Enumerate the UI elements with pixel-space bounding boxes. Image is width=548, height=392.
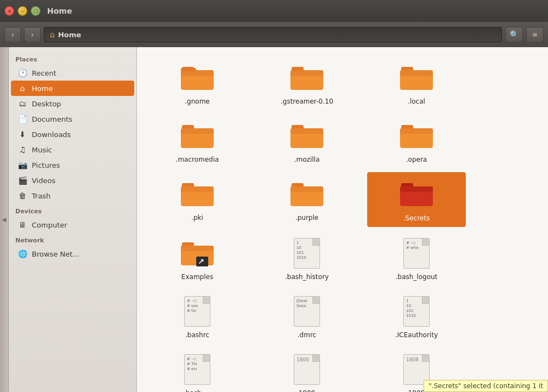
network-section-label: Network (9, 232, 136, 246)
file-item-dmrc[interactable]: [Desk Sessi .dmrc (258, 289, 356, 343)
doc-icon-bottom1: # ~/. # Thi # exi (180, 352, 215, 387)
file-item-gnome[interactable]: .gnome (148, 56, 247, 110)
folder-icon-purple (289, 177, 324, 212)
svg-rect-27 (400, 186, 433, 192)
doc-icon-dmrc: [Desk Sessi (289, 294, 324, 329)
back-button[interactable]: ‹ (4, 27, 21, 42)
main-layout: ◀ Places 🕐 Recent ⌂ Home 🗂 Desktop 📄 Doc… (0, 47, 548, 392)
sidebar-toggle[interactable]: ◀ (0, 47, 9, 392)
folder-icon-opera (399, 118, 434, 154)
forward-button[interactable]: › (24, 27, 41, 42)
documents-icon: 📄 (18, 115, 27, 123)
sidebar-item-browse-net[interactable]: 🌐 Browse Net... (9, 246, 136, 262)
file-name-bash-history: .bash_history (285, 273, 329, 281)
folder-icon-mozilla (289, 118, 324, 154)
home-icon: ⌂ (50, 30, 55, 39)
file-item-macromedia[interactable]: .macromedia (148, 114, 247, 168)
desktop-icon: 🗂 (18, 99, 27, 108)
videos-icon: 🎬 (18, 176, 27, 185)
file-name-mozilla: .mozilla (294, 156, 320, 163)
sidebar-item-desktop[interactable]: 🗂 Desktop (9, 96, 136, 111)
menu-button[interactable]: ≡ (526, 27, 544, 42)
trash-icon: 🗑 (18, 191, 27, 200)
network-icon: 🌐 (18, 249, 27, 258)
file-item-secrets[interactable]: .Secrets (367, 172, 466, 227)
minimize-button[interactable]: – (18, 6, 27, 16)
svg-rect-12 (181, 128, 214, 134)
toolbar: ‹ › ⌂ Home 🔍 ≡ (0, 22, 548, 47)
file-item-bash-logout[interactable]: # ~/. # whe .bash_logout (367, 231, 466, 285)
music-icon: ♫ (18, 145, 27, 154)
file-name-macromedia: .macromedia (176, 156, 219, 163)
sidebar-item-pictures[interactable]: 📷 Pictures (9, 157, 136, 173)
file-name-purple: .purple (295, 214, 318, 221)
file-name-bottom1: .bash_... (184, 389, 211, 392)
svg-rect-9 (400, 70, 433, 76)
sidebar-item-downloads[interactable]: ⬇ Downloads (9, 127, 136, 142)
sidebar-item-documents[interactable]: 📄 Documents (9, 111, 136, 127)
recent-icon: 🕐 (18, 69, 27, 77)
file-item-bottom2[interactable]: 1800 1800 (258, 348, 356, 392)
location-bar[interactable]: ⌂ Home (44, 27, 502, 42)
svg-rect-30 (181, 246, 214, 251)
location-text: Home (58, 31, 81, 39)
file-name-pki: .pki (191, 214, 203, 221)
sidebar-item-videos[interactable]: 🎬 Videos (9, 173, 136, 188)
doc-icon-bash-history: 1 10 101 1010 (289, 236, 324, 271)
doc-icon-bash-logout: # ~/. # whe (399, 236, 434, 271)
svg-rect-6 (290, 70, 323, 76)
sidebar-item-music[interactable]: ♫ Music (9, 142, 136, 157)
svg-rect-3 (182, 67, 194, 71)
file-item-examples[interactable]: ↗ Examples (148, 231, 247, 285)
folder-icon-examples: ↗ (180, 236, 215, 271)
window-controls: × – □ (4, 6, 41, 16)
sidebar-item-pictures-label: Pictures (32, 161, 60, 169)
sidebar-item-music-label: Music (32, 146, 52, 154)
file-name-opera: .opera (406, 156, 427, 163)
sidebar-item-home-label: Home (32, 84, 53, 93)
sidebar-item-recent[interactable]: 🕐 Recent (9, 65, 136, 81)
search-icon: 🔍 (510, 30, 519, 39)
file-name-gnome: .gnome (185, 98, 209, 105)
doc-icon-iceauthority: 1 10 101 1010 (399, 294, 434, 329)
svg-rect-15 (290, 128, 323, 134)
file-item-purple[interactable]: .purple (258, 172, 356, 226)
pictures-icon: 📷 (18, 161, 27, 169)
file-item-bottom1[interactable]: # ~/. # Thi # exi .bash_... (148, 348, 247, 392)
file-name-bottom3: 1808 (408, 389, 425, 392)
file-grid: .gnome .gstreamer-0.10 (148, 56, 537, 392)
search-button[interactable]: 🔍 (505, 27, 523, 42)
maximize-button[interactable]: □ (31, 6, 41, 16)
file-item-bashrc[interactable]: # ~/. # see # for .bashrc (148, 289, 247, 343)
file-item-gstreamer[interactable]: .gstreamer-0.10 (258, 56, 356, 110)
sidebar-item-desktop-label: Desktop (32, 100, 61, 108)
devices-section-label: Devices (9, 203, 136, 217)
file-item-local[interactable]: .local (367, 56, 466, 110)
folder-icon-gnome (180, 60, 215, 95)
doc-icon-bashrc: # ~/. # see # for (180, 294, 215, 329)
file-item-bash-history[interactable]: 1 10 101 1010 .bash_history (258, 231, 356, 285)
back-icon: ‹ (11, 30, 14, 39)
sidebar-item-trash[interactable]: 🗑 Trash (9, 188, 136, 203)
file-item-mozilla[interactable]: .mozilla (258, 114, 356, 168)
file-item-iceauthority[interactable]: 1 10 101 1010 .ICEauthority (367, 289, 466, 343)
file-item-opera[interactable]: .opera (367, 114, 466, 168)
file-name-local: .local (408, 98, 425, 105)
sidebar-item-home[interactable]: ⌂ Home (11, 81, 134, 96)
folder-icon-macromedia (180, 118, 215, 154)
doc-icon-bottom2: 1800 (289, 352, 324, 387)
forward-icon: › (31, 30, 34, 39)
file-name-bash-logout: .bash_logout (396, 273, 438, 281)
file-item-pki[interactable]: .pki (148, 172, 247, 226)
window-title: Home (47, 7, 72, 15)
file-name-iceauthority: .ICEauthority (395, 331, 438, 339)
sidebar-item-computer[interactable]: 🖥 Computer (9, 217, 136, 232)
sidebar-item-downloads-label: Downloads (32, 130, 71, 139)
folder-icon-pki (180, 177, 215, 212)
downloads-icon: ⬇ (18, 130, 27, 139)
places-section-label: Places (9, 52, 136, 65)
file-name-dmrc: .dmrc (298, 331, 316, 339)
file-name-gstreamer: .gstreamer-0.10 (281, 98, 333, 105)
sidebar-item-computer-label: Computer (32, 221, 67, 229)
close-button[interactable]: × (4, 6, 14, 16)
